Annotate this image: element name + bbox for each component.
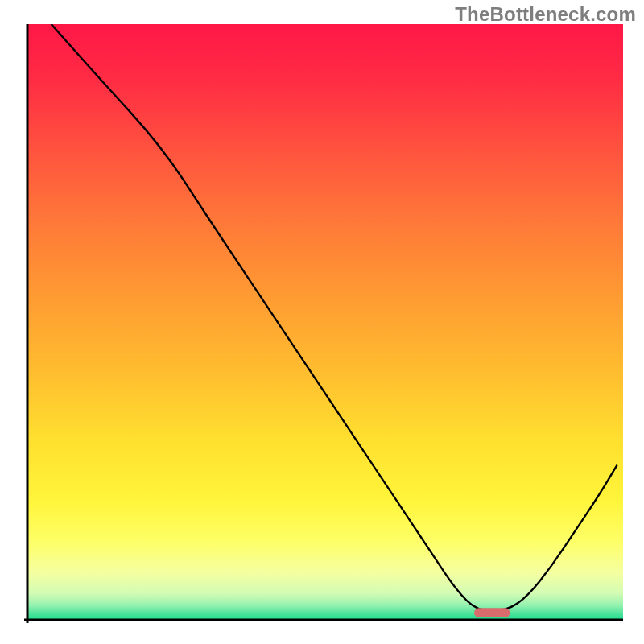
optimal-marker bbox=[474, 608, 510, 617]
gradient-background bbox=[27, 24, 623, 620]
chart-canvas: TheBottleneck.com bbox=[0, 0, 644, 644]
bottleneck-plot bbox=[0, 0, 644, 644]
